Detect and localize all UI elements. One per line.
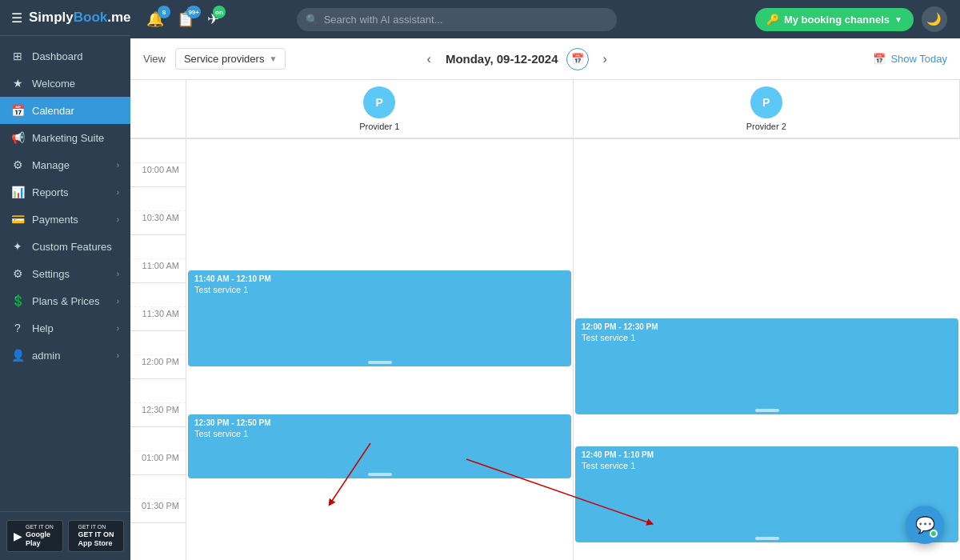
- provider-column-2: 12:00 PM - 12:30 PM Test service 1 12:40…: [574, 139, 960, 560]
- help-icon: ?: [11, 322, 24, 334]
- custom-icon: ✦: [11, 240, 24, 253]
- appointment-2[interactable]: 12:00 PM - 12:30 PM Test service 1: [575, 318, 958, 414]
- dashboard-icon: ⊞: [11, 50, 24, 62]
- chevron-down-icon: ▼: [269, 54, 277, 63]
- app-store-badge[interactable]: GET IT ON GET IT ON App Store: [68, 520, 125, 552]
- search-input[interactable]: [297, 8, 617, 31]
- date-navigation: ‹ Monday, 09-12-2024 📅 ›: [421, 48, 614, 70]
- appointment-service: Test service 1: [194, 429, 565, 438]
- view-select-dropdown[interactable]: Service providers ▼: [175, 48, 286, 70]
- topbar: 🔔 8 📋 99+ ✈ on 🔍 🔑 My booking channels: [130, 0, 960, 38]
- provider-column-1: 11:40 AM - 12:10 PM Test service 1 12:30…: [186, 139, 574, 560]
- appointment-time: 11:40 AM - 12:10 PM: [194, 274, 565, 283]
- reports-icon: 📊: [11, 186, 24, 198]
- appointment-time: 12:30 PM - 12:50 PM: [194, 418, 565, 427]
- sidebar-item-custom[interactable]: ✦ Custom Features: [0, 233, 130, 260]
- calendar-picker-button[interactable]: 📅: [566, 48, 589, 70]
- google-play-badge[interactable]: ▶ GET IT ON Google Play: [6, 520, 63, 552]
- notification-badge: 8: [158, 6, 170, 18]
- tasks-button[interactable]: 📋 99+: [174, 7, 198, 31]
- time-slot: 12:00 PM: [130, 355, 186, 379]
- online-dot: [930, 530, 938, 538]
- time-slot: [130, 187, 186, 211]
- sidebar-footer: ▶ GET IT ON Google Play GET IT ON GET IT…: [0, 511, 130, 560]
- resize-handle[interactable]: [368, 361, 392, 364]
- chevron-right-icon: ›: [117, 297, 119, 306]
- resize-handle[interactable]: [755, 537, 779, 540]
- time-slot: 11:00 AM: [130, 259, 186, 283]
- current-date: Monday, 09-12-2024: [446, 52, 558, 66]
- sidebar-item-manage[interactable]: ⚙ Manage ›: [0, 151, 130, 178]
- time-slot: 01:00 PM: [130, 451, 186, 475]
- sidebar-item-settings[interactable]: ⚙ Settings ›: [0, 260, 130, 287]
- online-status-button[interactable]: ✈ on: [204, 7, 222, 31]
- show-today-button[interactable]: 📅 Show Today: [873, 53, 947, 65]
- search-area: 🔍: [297, 8, 617, 31]
- sidebar-item-payments[interactable]: 💳 Payments ›: [0, 206, 130, 233]
- sidebar-item-help[interactable]: ? Help ›: [0, 314, 130, 342]
- sidebar-item-dashboard[interactable]: ⊞ Dashboard: [0, 42, 130, 70]
- chevron-right-icon: ›: [117, 215, 119, 224]
- time-slot: 01:30 PM: [130, 499, 186, 523]
- welcome-icon: ★: [11, 77, 24, 90]
- prev-date-button[interactable]: ‹: [421, 49, 438, 70]
- appointment-4[interactable]: 12:40 PM - 1:10 PM Test service 1: [575, 446, 958, 542]
- calendar-icon: 📅: [11, 104, 24, 117]
- topbar-right: 🔑 My booking channels ▼ 🌙: [755, 6, 947, 32]
- time-slot: [130, 379, 186, 403]
- plans-icon: 💲: [11, 294, 24, 307]
- appointment-1[interactable]: 11:40 AM - 12:10 PM Test service 1: [188, 270, 571, 366]
- sidebar-item-marketing[interactable]: 📢 Marketing Suite: [0, 124, 130, 151]
- appointment-3[interactable]: 12:30 PM - 12:50 PM Test service 1: [188, 414, 571, 478]
- time-slot: 12:30 PM: [130, 403, 186, 427]
- calendar-toolbar: View Service providers ▼ ‹ Monday, 09-12…: [130, 38, 960, 80]
- time-column: 10:00 AM 10:30 AM 11:00 AM 11:30 AM 12:0…: [130, 139, 186, 560]
- menu-icon[interactable]: ☰: [11, 10, 22, 26]
- topbar-icons: 🔔 8 📋 99+ ✈ on: [143, 7, 222, 31]
- chevron-right-icon: ›: [117, 351, 119, 360]
- admin-icon: 👤: [11, 349, 24, 362]
- next-date-button[interactable]: ›: [597, 49, 614, 70]
- google-play-icon: ▶: [14, 530, 22, 542]
- time-slot: [130, 475, 186, 499]
- provider-header-1: P Provider 1: [186, 80, 574, 138]
- time-slot: 10:00 AM: [130, 163, 186, 187]
- view-label: View: [143, 53, 166, 65]
- sidebar-item-admin[interactable]: 👤 admin ›: [0, 342, 130, 369]
- booking-channels-button[interactable]: 🔑 My booking channels ▼: [755, 8, 914, 31]
- payments-icon: 💳: [11, 213, 24, 226]
- chevron-down-icon: ▼: [894, 15, 902, 24]
- sidebar-item-calendar[interactable]: 📅 Calendar: [0, 97, 130, 124]
- notifications-button[interactable]: 🔔 8: [143, 7, 167, 31]
- appointment-time: 12:40 PM - 1:10 PM: [582, 450, 952, 459]
- online-badge: on: [213, 6, 226, 18]
- appointment-service: Test service 1: [194, 285, 565, 294]
- time-gutter-header: [130, 80, 186, 138]
- search-icon: 🔍: [306, 14, 318, 26]
- calendar-today-icon: 📅: [873, 53, 886, 65]
- grid-body: 10:00 AM 10:30 AM 11:00 AM 11:30 AM 12:0…: [130, 139, 960, 560]
- time-slot: [130, 139, 186, 163]
- marketing-icon: 📢: [11, 131, 24, 144]
- time-slot: 11:30 AM: [130, 307, 186, 331]
- resize-handle[interactable]: [755, 409, 779, 412]
- providers-header: P Provider 1 P Provider 2: [130, 80, 960, 139]
- chat-fab[interactable]: 💬: [906, 506, 944, 544]
- manage-icon: ⚙: [11, 158, 24, 171]
- time-slot: [130, 235, 186, 259]
- tasks-badge: 99+: [186, 6, 201, 18]
- appointment-time: 12:00 PM - 12:30 PM: [582, 322, 952, 331]
- key-icon: 🔑: [766, 14, 779, 26]
- dark-mode-button[interactable]: 🌙: [922, 6, 947, 32]
- sidebar-item-plans[interactable]: 💲 Plans & Prices ›: [0, 287, 130, 314]
- appointment-service: Test service 1: [582, 461, 952, 470]
- time-slot: [130, 427, 186, 451]
- sidebar-item-reports[interactable]: 📊 Reports ›: [0, 178, 130, 206]
- sidebar-item-welcome[interactable]: ★ Welcome: [0, 70, 130, 97]
- appointment-service: Test service 1: [582, 333, 952, 342]
- main-area: 🔔 8 📋 99+ ✈ on 🔍 🔑 My booking channels: [130, 0, 960, 560]
- chevron-right-icon: ›: [117, 270, 119, 278]
- time-slot: 10:30 AM: [130, 211, 186, 235]
- resize-handle[interactable]: [368, 473, 392, 476]
- provider-header-2: P Provider 2: [574, 80, 961, 138]
